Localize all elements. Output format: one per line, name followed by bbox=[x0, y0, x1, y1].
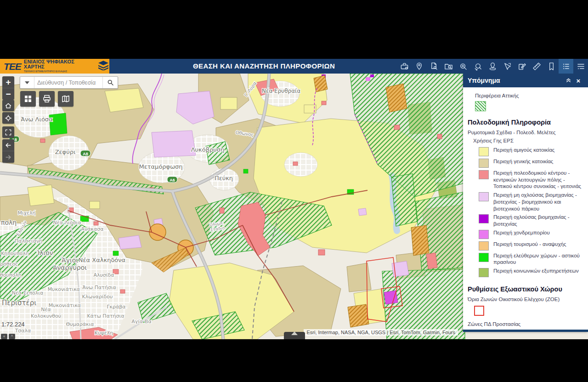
draw-edit-icon[interactable] bbox=[514, 59, 529, 74]
map-label: Νέα Ερυθραία bbox=[262, 88, 300, 94]
map-scale: 1:72.224 bbox=[1, 321, 25, 328]
previous-extent-button[interactable] bbox=[2, 139, 14, 151]
legend-item: Περιοχή αμιγούς κατοικίας bbox=[479, 147, 583, 156]
legend-collapse-button[interactable] bbox=[563, 76, 573, 85]
legend-item: Περιοχή μη οχλούσας βιομηχανίας - βιοτεχ… bbox=[479, 192, 583, 212]
map-label: Άγιοι bbox=[62, 257, 78, 264]
map-label: Παλατιανή bbox=[15, 238, 42, 244]
legend-swatch bbox=[474, 306, 484, 316]
map-label: Μυκονιάτικα bbox=[48, 286, 80, 292]
coordinates-icon[interactable] bbox=[485, 59, 500, 74]
page-title: ΘΕΑΣΗ ΚΑΙ ΑΝΑΖΗΤΗΣΗ ΠΛΗΡΟΦΟΡΙΩΝ bbox=[193, 59, 335, 74]
search-source-dropdown[interactable] bbox=[20, 77, 34, 88]
add-marker-icon[interactable] bbox=[412, 59, 426, 74]
zoom-in-button[interactable]: + bbox=[2, 76, 14, 88]
legend-region-label: Περιφέρεια Αττικής bbox=[475, 93, 583, 98]
legend-section-title: Πολεοδομική Πληροφορία bbox=[468, 119, 583, 126]
map-attribution: Esri, Intermap, NASA, NGA, USGS | Esri, … bbox=[304, 329, 458, 336]
svg-text:Α6: Α6 bbox=[170, 178, 175, 182]
map-label: Θυμαράκια bbox=[66, 321, 94, 327]
map-label: Μιχελή bbox=[18, 210, 36, 216]
map-label: Νέα Χαλκηδόνα bbox=[79, 257, 125, 263]
map-label: Ανάκασα bbox=[81, 226, 104, 232]
toolbar-icon-strip bbox=[397, 59, 588, 74]
tee-logo-text: TEE bbox=[4, 62, 21, 71]
map-label: Τσαλα bbox=[15, 328, 31, 334]
map-label: πολη bbox=[1, 219, 17, 226]
legend-section-title: Ρυθμίσεις Εξωαστικού Χώρου bbox=[468, 285, 583, 293]
map-label: Άνω Πατήσια bbox=[82, 285, 116, 291]
layers-stack-icon bbox=[97, 60, 109, 72]
arrow-right-icon bbox=[5, 154, 12, 161]
map-label: Νέα Σεπόλια bbox=[12, 290, 44, 296]
map-icon bbox=[61, 94, 70, 103]
chevron-up-icon bbox=[291, 331, 298, 335]
legend-layer-label: Ρυμοτομικά Σχέδια - Πολεοδ. Μελέτες bbox=[468, 130, 583, 135]
home-control bbox=[2, 100, 14, 111]
legend-item-label: Περιοχή ελεύθερων χώρων - αστικού πρασίν… bbox=[493, 252, 583, 266]
map-label: Κλωναρίδου bbox=[82, 294, 113, 300]
search-radius-icon[interactable] bbox=[470, 59, 485, 74]
legend-item-label: Περιοχή τουρισμού - αναψυχής bbox=[493, 241, 566, 248]
map-label: Μυκονιάτικα bbox=[49, 302, 81, 308]
legend-item-label: Περιοχή χονδρεμπορίου bbox=[493, 229, 550, 236]
top-bar: TEE ΕΝΙΑΙΟΣ ΨΗΦΙΑΚΟΣ ΧΑΡΤΗΣ ΤΕΧΝΙΚΟ ΕΠΙΜ… bbox=[0, 59, 588, 74]
legend-item: Περιοχή ελεύθερων χώρων - αστικού πρασίν… bbox=[479, 252, 583, 266]
home-button[interactable] bbox=[2, 100, 14, 111]
identify-icon[interactable] bbox=[456, 59, 470, 74]
legend-header: Υπόμνημα × bbox=[463, 74, 588, 87]
search-box bbox=[20, 76, 118, 89]
legend-close-button[interactable]: × bbox=[573, 77, 583, 85]
overview-map-button[interactable] bbox=[58, 91, 74, 107]
search-archive-icon[interactable] bbox=[441, 59, 456, 74]
arrow-left-icon bbox=[5, 142, 12, 149]
legend-item-label: Περιοχή οχλούσας βιομηχανίας - βιοτεχνία… bbox=[493, 214, 583, 227]
search-icon bbox=[107, 79, 114, 86]
svg-text:Α8: Α8 bbox=[83, 152, 88, 156]
legend-swatch bbox=[479, 147, 489, 156]
legend-item: Περιοχή πολεοδομικού κέντρου - κεντρικών… bbox=[479, 170, 583, 190]
legend-icon[interactable] bbox=[559, 59, 573, 74]
bottom-panel-toggle[interactable] bbox=[284, 332, 305, 339]
print-button[interactable] bbox=[39, 91, 55, 107]
tools-icon[interactable] bbox=[397, 59, 412, 74]
map-label: Νέα bbox=[41, 307, 51, 313]
legend-item-label: Περιοχή γενικής κατοικίας bbox=[493, 158, 553, 165]
bookmarks-icon[interactable] bbox=[544, 59, 559, 74]
map-label: Κάτω Πατήσια bbox=[87, 313, 124, 319]
corner-widget-icon[interactable]: + bbox=[1, 334, 7, 339]
legend-outline-item: Όρια Ζωνών Οικιστικού Ελέγχου (ΖΟΕ) bbox=[468, 296, 583, 316]
legend-item: Περιοχή γενικής κατοικίας bbox=[479, 158, 583, 168]
double-chevron-up-icon bbox=[565, 76, 572, 83]
legend-region-swatch bbox=[475, 101, 486, 111]
app-window: TEE ΕΝΙΑΙΟΣ ΨΗΦΙΑΚΟΣ ΧΑΡΤΗΣ ΤΕΧΝΙΚΟ ΕΠΙΜ… bbox=[0, 59, 588, 339]
map-label: Αλυσίδα bbox=[93, 272, 114, 278]
select-features-icon[interactable] bbox=[500, 59, 514, 74]
basemap-gallery-button[interactable] bbox=[20, 91, 36, 107]
locate-icon bbox=[5, 114, 12, 122]
extent-control bbox=[2, 126, 14, 138]
map-label: Άνω Λιόσα bbox=[21, 116, 52, 123]
layer-list-icon[interactable] bbox=[573, 59, 588, 74]
full-extent-button[interactable] bbox=[2, 126, 14, 138]
search-button[interactable] bbox=[102, 77, 118, 88]
measure-icon[interactable] bbox=[529, 59, 544, 74]
zoom-controls: + − bbox=[2, 76, 14, 100]
legend-item-label: Περιοχή πολεοδομικού κέντρου - κεντρικών… bbox=[493, 170, 583, 190]
next-extent-button[interactable] bbox=[2, 151, 14, 163]
legend-item-list: Περιοχή αμιγούς κατοικίαςΠεριοχή γενικής… bbox=[468, 147, 583, 277]
legend-swatch bbox=[479, 159, 489, 168]
locate-button[interactable] bbox=[2, 112, 14, 124]
map-label: Περιστέρι bbox=[2, 299, 36, 307]
search-document-icon[interactable] bbox=[426, 59, 441, 74]
search-input[interactable] bbox=[34, 77, 102, 88]
zoom-out-button[interactable]: − bbox=[2, 88, 14, 100]
tee-logo[interactable]: TEE ΕΝΙΑΙΟΣ ΨΗΦΙΑΚΟΣ ΧΑΡΤΗΣ ΤΕΧΝΙΚΟ ΕΠΙΜ… bbox=[0, 59, 109, 74]
corner-collapse-icon[interactable]: ^ bbox=[9, 334, 15, 339]
map-label: Κυψέλη bbox=[95, 330, 113, 336]
legend-item-label: Περιοχή αμιγούς κατοικίας bbox=[493, 147, 554, 154]
legend-swatch bbox=[479, 268, 489, 277]
printer-icon bbox=[42, 94, 51, 103]
locate-control bbox=[2, 112, 14, 124]
legend-swatch bbox=[479, 214, 489, 223]
